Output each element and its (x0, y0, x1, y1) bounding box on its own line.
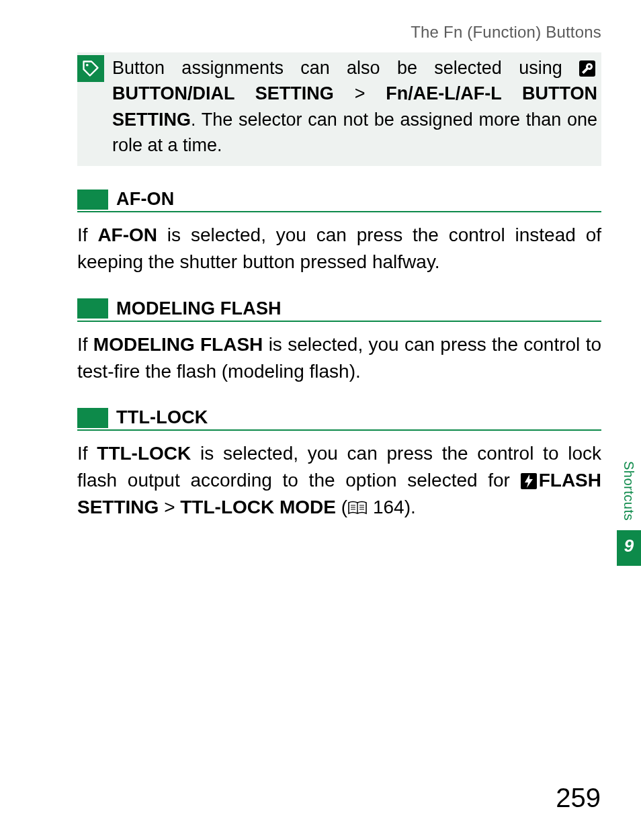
path2: TTL-LOCK MODE (180, 497, 336, 517)
running-header: The Fn (Function) Buttons (77, 23, 601, 42)
book-icon (347, 496, 368, 523)
section-body-ttl: If TTL-LOCK is selected, you can press t… (77, 440, 601, 522)
note-callout: Button assignments can also be selected … (77, 52, 601, 166)
text: If (77, 334, 93, 355)
note-pre: Button assignments can also be selected … (112, 58, 579, 78)
heading-marker (77, 298, 108, 319)
text: If (77, 224, 97, 245)
wrench-icon (579, 60, 595, 77)
flash-icon (521, 473, 537, 489)
heading-title: AF-ON (116, 189, 174, 210)
pageref-num: 164 (373, 497, 404, 517)
section-body-afon: If AF-ON is selected, you can press the … (77, 222, 601, 276)
heading-marker (77, 408, 108, 428)
side-tab-label: Shortcuts (617, 457, 640, 530)
tag-icon (77, 55, 104, 82)
note-text: Button assignments can also be selected … (104, 52, 601, 161)
section-body-modeling: If MODELING FLASH is selected, you can p… (77, 331, 601, 385)
text: If (77, 443, 97, 464)
term: TTL-LOCK (97, 443, 191, 464)
note-path1: BUTTON/DIAL SETTING (112, 83, 334, 103)
content-column: The Fn (Function) Buttons Button assignm… (77, 23, 601, 523)
side-tab-chapter: 9 (617, 530, 641, 566)
note-sep: > (355, 83, 366, 103)
side-tab: Shortcuts 9 (617, 457, 641, 566)
term: MODELING FLASH (93, 334, 263, 355)
svg-point-0 (86, 64, 89, 67)
heading-marker (77, 190, 108, 210)
section-heading-modeling: MODELING FLASH (77, 298, 601, 322)
heading-title: MODELING FLASH (116, 298, 282, 319)
page-number: 259 (556, 783, 601, 813)
section-heading-ttl: TTL-LOCK (77, 407, 601, 431)
paren-close: ). (404, 497, 416, 517)
paren-open: ( (336, 497, 347, 517)
sep: > (164, 497, 175, 517)
heading-title: TTL-LOCK (116, 407, 208, 428)
manual-page: The Fn (Function) Buttons Button assignm… (0, 0, 641, 840)
term: AF-ON (97, 224, 157, 245)
section-heading-afon: AF-ON (77, 189, 601, 212)
